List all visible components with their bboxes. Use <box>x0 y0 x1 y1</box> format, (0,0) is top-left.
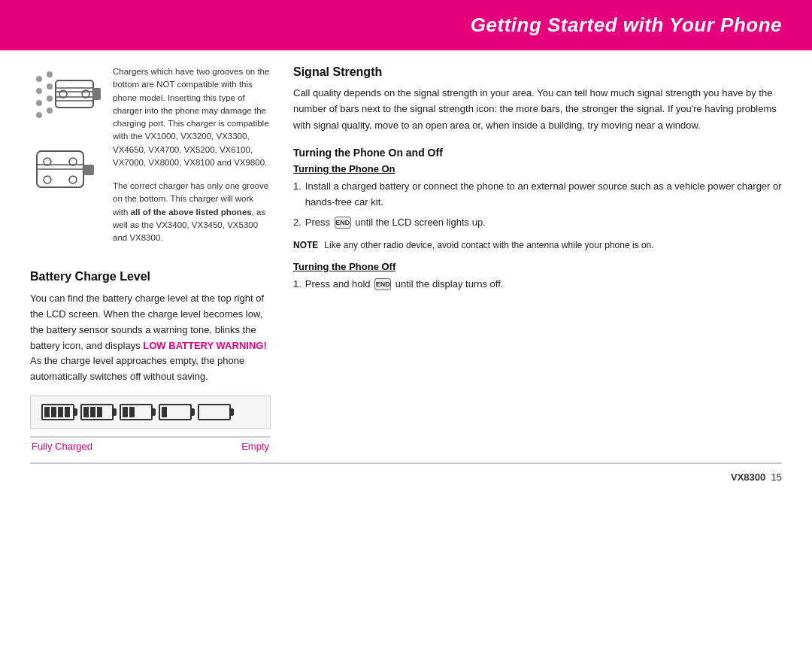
empty-label: Empty <box>241 441 269 452</box>
turning-off-heading: Turning the Phone Off <box>293 261 782 272</box>
header-bar: Getting Started with Your Phone <box>0 0 812 50</box>
svg-point-0 <box>36 76 42 82</box>
footer: VX8300 15 <box>30 462 782 490</box>
battery-icon-3 <box>80 404 114 420</box>
battery-icons-row <box>30 396 271 429</box>
page-number: VX8300 15 <box>731 471 782 483</box>
off-step-1: 1. Press and hold END until the display … <box>293 277 782 293</box>
bar <box>162 407 167 417</box>
low-battery-label: LOW BATTERY WARNING! <box>143 340 266 351</box>
charger-top-icon <box>30 65 102 133</box>
bar <box>83 407 89 417</box>
turning-on-subsection: Turning the Phone On 1. Install a charge… <box>293 163 782 251</box>
step-2-text: Press END until the LCD screen lights up… <box>305 215 486 231</box>
note-box: NOTE Like any other radio device, avoid … <box>293 238 782 252</box>
page-num: 15 <box>771 471 782 483</box>
signal-section: Signal Strength Call quality depends on … <box>293 65 782 133</box>
right-column: Signal Strength Call quality depends on … <box>293 65 782 455</box>
turning-off-subsection: Turning the Phone Off 1. Press and hold … <box>293 261 782 293</box>
end-key-icon: END <box>335 217 351 229</box>
battery-heading: Battery Charge Level <box>30 270 271 283</box>
turning-on-heading: Turning the Phone On <box>293 163 782 174</box>
bar <box>97 407 102 417</box>
bar <box>51 407 56 417</box>
turning-on-steps: 1. Install a charged battery or connect … <box>293 179 782 230</box>
step-1: 1. Install a charged battery or connect … <box>293 179 782 211</box>
charger-bottom-icon <box>34 145 98 196</box>
end-key-icon-2: END <box>374 278 391 290</box>
svg-point-2 <box>36 88 42 94</box>
off-step-1-text: Press and hold END until the display tur… <box>305 277 504 293</box>
svg-point-4 <box>36 100 42 106</box>
bar <box>58 407 63 417</box>
main-content: Chargers which have two grooves on the b… <box>0 50 812 462</box>
charger-text-2: The correct charger has only one groove … <box>113 180 271 244</box>
svg-rect-15 <box>37 165 83 169</box>
step-number: 1. <box>293 179 301 211</box>
bar <box>123 407 128 417</box>
battery-icon-2 <box>120 404 153 420</box>
svg-rect-20 <box>83 165 94 175</box>
bar <box>44 407 50 417</box>
svg-rect-8 <box>56 80 93 108</box>
svg-point-3 <box>47 83 53 89</box>
battery-labels: Fully Charged Empty <box>30 436 271 455</box>
charger-text-1: Chargers which have two grooves on the b… <box>113 65 271 169</box>
model-number: VX8300 <box>731 471 765 483</box>
step-2: 2. Press END until the LCD screen lights… <box>293 215 782 231</box>
svg-point-19 <box>69 176 77 183</box>
battery-icon-4 <box>41 404 74 420</box>
note-label: NOTE <box>293 238 318 252</box>
phone-on-off-heading: Turning the Phone On and Off <box>293 147 782 159</box>
charger-images <box>30 65 102 255</box>
step-number: 2. <box>293 215 301 231</box>
battery-icon-0 <box>198 404 231 420</box>
page-title: Getting Started with Your Phone <box>471 14 782 36</box>
fully-charged-label: Fully Charged <box>32 441 92 452</box>
bar <box>129 407 135 417</box>
bar <box>90 407 95 417</box>
svg-rect-11 <box>93 88 101 100</box>
svg-point-7 <box>47 108 53 114</box>
battery-section: Battery Charge Level You can find the ba… <box>30 270 271 455</box>
turning-off-steps: 1. Press and hold END until the display … <box>293 277 782 293</box>
battery-icon-1 <box>159 404 192 420</box>
battery-description: You can find the battery charge level at… <box>30 291 271 385</box>
signal-text: Call quality depends on the signal stren… <box>293 85 782 133</box>
bar <box>65 407 70 417</box>
signal-heading: Signal Strength <box>293 65 782 79</box>
svg-point-5 <box>47 96 53 102</box>
note-text: Like any other radio device, avoid conta… <box>324 238 653 252</box>
phone-on-off-section: Turning the Phone On and Off Turning the… <box>293 147 782 292</box>
svg-point-1 <box>47 71 53 77</box>
charger-text-block: Chargers which have two grooves on the b… <box>113 65 271 255</box>
svg-point-6 <box>36 112 42 118</box>
charger-section: Chargers which have two grooves on the b… <box>30 65 271 255</box>
svg-point-18 <box>44 176 51 183</box>
left-column: Chargers which have two grooves on the b… <box>30 65 271 455</box>
step-number: 1. <box>293 277 301 293</box>
step-1-text: Install a charged battery or connect the… <box>305 179 782 211</box>
